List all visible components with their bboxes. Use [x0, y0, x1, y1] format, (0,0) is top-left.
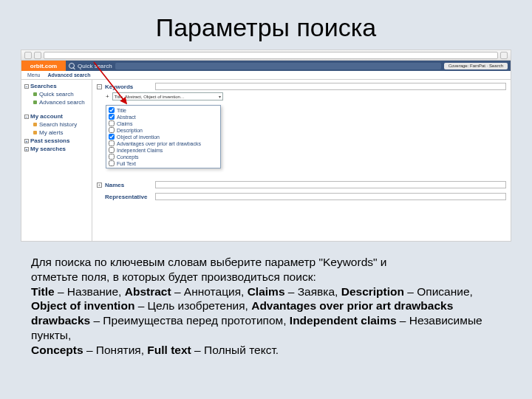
plus-icon: + [24, 139, 29, 143]
coverage-button[interactable]: Coverage: FamPat · Search [444, 63, 508, 69]
collapse-icon[interactable]: – [97, 84, 102, 89]
dot-icon [33, 92, 37, 96]
names-input[interactable] [155, 181, 506, 188]
dot-icon [33, 131, 37, 134]
dropdown-option[interactable]: Concepts [109, 154, 218, 160]
sidebar-group-past[interactable]: +Past sessions [24, 137, 89, 144]
nav-back-button[interactable] [24, 52, 32, 59]
sidebar-group-searches[interactable]: –Searches [24, 83, 89, 89]
sidebar-group-account[interactable]: –My account [24, 113, 89, 120]
option-label: Claims [117, 121, 132, 126]
field-label-keywords: Keywords [105, 83, 152, 90]
option-label: Full Text [117, 161, 136, 166]
option-label: Title [117, 108, 126, 113]
breadcrumb-current: Advanced search [48, 72, 91, 78]
option-checkbox[interactable] [109, 107, 115, 113]
nav-fwd-button[interactable] [34, 52, 41, 59]
quick-search-input[interactable] [115, 63, 441, 69]
option-label: Concepts [117, 154, 139, 160]
menu-link[interactable]: Menu [27, 72, 41, 78]
sidebar-group-mysearches[interactable]: +My searches [24, 146, 89, 152]
field-selector[interactable]: Title, Abstract, Object of invention… ▾ [112, 92, 223, 100]
dropdown-option[interactable]: Independent Claims [109, 147, 218, 153]
option-label: Advantages over prior art drawbacks [117, 141, 201, 146]
address-bar[interactable] [44, 52, 498, 59]
dropdown-option[interactable]: Title [109, 107, 218, 113]
field-label-representative: Representative [105, 194, 152, 200]
expand-icon[interactable]: + [106, 93, 109, 100]
chevron-down-icon: ▾ [219, 94, 221, 99]
option-checkbox[interactable] [109, 160, 115, 166]
dropdown-option[interactable]: Advantages over prior art drawbacks [109, 140, 218, 146]
option-checkbox[interactable] [109, 154, 115, 160]
sidebar: –Searches Quick search Advanced search –… [21, 80, 92, 241]
option-checkbox[interactable] [109, 120, 115, 126]
sidebar-item-alerts[interactable]: My alerts [24, 129, 89, 136]
field-representative-row: + Representative [97, 193, 506, 200]
field-dropdown: TitleAbstractClaimsDescriptionObject of … [106, 105, 221, 168]
plus-icon: + [24, 147, 29, 151]
option-checkbox[interactable] [109, 140, 115, 146]
slide-title: Параметры поиска [0, 0, 532, 50]
field-label-names: Names [105, 182, 152, 188]
browser-menu-button[interactable] [500, 52, 508, 59]
option-label: Independent Claims [117, 148, 163, 153]
field-selector-row: + Title, Abstract, Object of invention… … [106, 92, 506, 100]
subnav: Menu Advanced search [21, 71, 511, 80]
option-label: Description [117, 128, 143, 133]
search-icon [69, 63, 75, 69]
dropdown-option[interactable]: Object of invention [109, 134, 218, 140]
dropdown-option[interactable]: Full Text [109, 160, 218, 166]
field-names-row: + Names [97, 181, 506, 188]
option-checkbox[interactable] [109, 127, 115, 133]
option-label: Abstract [117, 115, 136, 120]
minus-icon: – [24, 84, 29, 89]
sidebar-item-quick[interactable]: Quick search [24, 91, 89, 98]
dropdown-option[interactable]: Description [109, 127, 218, 133]
caption-text: Для поиска по ключевым словам выберите п… [31, 255, 501, 358]
screenshot-panel: orbit.com Quick search Coverage: FamPat … [21, 50, 511, 242]
keywords-input[interactable] [155, 83, 506, 90]
brand-logo: orbit.com [21, 61, 66, 71]
expand-icon[interactable]: + [97, 183, 102, 188]
option-checkbox[interactable] [109, 114, 115, 120]
quick-label: Quick search [78, 63, 112, 69]
option-label: Object of invention [117, 134, 160, 140]
main-form: – Keywords + Title, Abstract, Object of … [92, 80, 511, 241]
dropdown-option[interactable]: Abstract [109, 114, 218, 120]
browser-toolbar [21, 50, 511, 61]
top-search-bar: Quick search Coverage: FamPat · Search [66, 61, 511, 71]
sidebar-item-advanced[interactable]: Advanced search [24, 99, 89, 106]
representative-input[interactable] [155, 193, 506, 200]
dot-icon [33, 123, 37, 126]
dot-icon [33, 100, 37, 104]
field-keywords-row: – Keywords [97, 83, 506, 90]
sidebar-item-history[interactable]: Search history [24, 121, 89, 128]
minus-icon: – [24, 115, 29, 119]
dropdown-option[interactable]: Claims [109, 120, 218, 126]
field-selector-value: Title, Abstract, Object of invention… [115, 95, 185, 99]
option-checkbox[interactable] [109, 147, 115, 153]
option-checkbox[interactable] [109, 134, 115, 140]
